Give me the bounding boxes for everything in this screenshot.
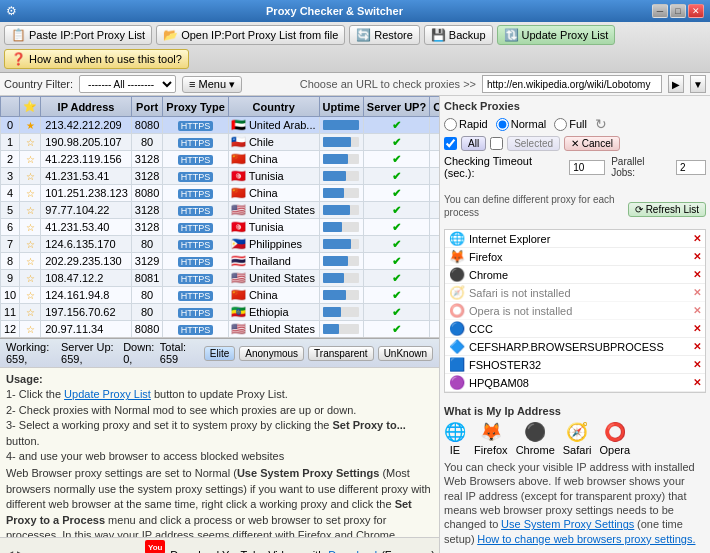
row-uptime <box>319 304 363 321</box>
row-ok: ✔ <box>430 151 439 168</box>
url-input[interactable] <box>482 75 662 93</box>
table-row[interactable]: 0 ★ 213.42.212.209 8080 HTTPS 🇦🇪 United … <box>1 117 440 134</box>
selected-check-button[interactable]: Selected <box>507 136 560 151</box>
browser-remove-button[interactable]: ✕ <box>693 287 701 298</box>
maximize-button[interactable]: □ <box>670 4 686 18</box>
proxy-table-container: ⭐ IP Address Port Proxy Type Country Upt… <box>0 96 439 338</box>
table-row[interactable]: 11 ☆ 197.156.70.62 80 HTTPS 🇪🇹 Ethiopia … <box>1 304 440 321</box>
table-row[interactable]: 12 ☆ 20.97.11.34 8080 HTTPS 🇺🇸 United St… <box>1 321 440 338</box>
cancel-check-button[interactable]: ✕ Cancel <box>564 136 620 151</box>
refresh-list-button[interactable]: ⟳ Refresh List <box>628 202 706 217</box>
timeout-input[interactable] <box>569 160 605 175</box>
browser-list-item[interactable]: 🟦 FSHOSTER32 ✕ <box>445 356 705 374</box>
url-label: Choose an URL to check proxies >> <box>300 78 476 90</box>
browser-list-item[interactable]: 🟣 HPQBAM08 ✕ <box>445 374 705 392</box>
help-button[interactable]: ❓ How and when to use this tool? <box>4 49 189 69</box>
row-server-up: ✔ <box>363 304 429 321</box>
url-add-button[interactable]: ▼ <box>690 75 706 93</box>
browser-remove-button[interactable]: ✕ <box>693 323 701 334</box>
proxy-notice: You can define different proxy for each … <box>444 193 628 219</box>
forward-button[interactable]: ▶ <box>17 548 26 554</box>
full-radio[interactable]: Full <box>554 118 587 131</box>
anonymous-filter-button[interactable]: Anonymous <box>239 346 304 361</box>
all-checkbox[interactable] <box>444 137 457 150</box>
filter-toolbar: Country Filter: ------- All -------- ≡ M… <box>0 73 710 96</box>
row-server-up: ✔ <box>363 151 429 168</box>
table-row[interactable]: 4 ☆ 101.251.238.123 8080 HTTPS 🇨🇳 China … <box>1 185 440 202</box>
change-proxy-link[interactable]: How to change web browsers proxy setting… <box>477 533 695 545</box>
table-row[interactable]: 7 ☆ 124.6.135.170 80 HTTPS 🇵🇭 Philippine… <box>1 236 440 253</box>
open-proxy-button[interactable]: 📂 Open IP:Port Proxy List from file <box>156 25 345 45</box>
backup-button[interactable]: 💾 Backup <box>424 25 493 45</box>
row-num: 0 <box>1 117 20 134</box>
table-row[interactable]: 6 ☆ 41.231.53.40 3128 HTTPS 🇹🇳 Tunisia ✔… <box>1 219 440 236</box>
ip-browser-item[interactable]: 🦊 Firefox <box>474 421 508 456</box>
row-ok: ✔ <box>430 185 439 202</box>
row-star: ☆ <box>20 151 41 168</box>
row-ok: ✔ <box>430 202 439 219</box>
browser-list-item[interactable]: 🦊 Firefox ✕ <box>445 248 705 266</box>
restore-icon: 🔄 <box>356 28 371 42</box>
back-button[interactable]: ◀ <box>4 548 13 554</box>
ip-browser-item[interactable]: 🌐 IE <box>444 421 466 456</box>
minimize-button[interactable]: ─ <box>652 4 668 18</box>
ip-browser-item[interactable]: 🧭 Safari <box>563 421 592 456</box>
system-proxy-link[interactable]: Use System Proxy Settings <box>501 518 634 530</box>
selected-checkbox[interactable] <box>490 137 503 150</box>
row-ip: 20.97.11.34 <box>41 321 132 338</box>
row-port: 3128 <box>131 219 162 236</box>
url-go-button[interactable]: ▶ <box>668 75 684 93</box>
update-proxy-button[interactable]: 🔃 Update Proxy List <box>497 25 616 45</box>
unknown-filter-button[interactable]: UnKnown <box>378 346 433 361</box>
row-ok: ✔ <box>430 134 439 151</box>
left-panel: ⭐ IP Address Port Proxy Type Country Upt… <box>0 96 440 553</box>
table-row[interactable]: 10 ☆ 124.161.94.8 80 HTTPS 🇨🇳 China ✔ ✔ <box>1 287 440 304</box>
browser-list-item[interactable]: 🔵 CCC ✕ <box>445 320 705 338</box>
row-ip: 41.231.53.40 <box>41 219 132 236</box>
browser-remove-button[interactable]: ✕ <box>693 305 701 316</box>
browser-remove-button[interactable]: ✕ <box>693 359 701 370</box>
table-row[interactable]: 8 ☆ 202.29.235.130 3129 HTTPS 🇹🇭 Thailan… <box>1 253 440 270</box>
rapid-radio[interactable]: Rapid <box>444 118 488 131</box>
all-check-button[interactable]: All <box>461 136 486 151</box>
browser-name: CEFSHARP.BROWSERSUBPROCESS <box>469 341 664 353</box>
download-link[interactable]: Download <box>328 549 377 554</box>
browser-remove-button[interactable]: ✕ <box>693 233 701 244</box>
browser-name: FSHOSTER32 <box>469 359 541 371</box>
paste-proxy-button[interactable]: 📋 Paste IP:Port Proxy List <box>4 25 152 45</box>
youtube-logo: You Tube <box>144 540 166 553</box>
row-uptime <box>319 202 363 219</box>
browser-list-item[interactable]: ⚫ Chrome ✕ <box>445 266 705 284</box>
browser-remove-button[interactable]: ✕ <box>693 251 701 262</box>
ip-browser-label: Firefox <box>474 444 508 456</box>
row-type: HTTPS <box>163 202 229 219</box>
row-uptime <box>319 219 363 236</box>
restore-button[interactable]: 🔄 Restore <box>349 25 420 45</box>
menu-button[interactable]: ≡ Menu ▾ <box>182 76 242 93</box>
browser-list-item[interactable]: 🌐 Internet Explorer ✕ <box>445 230 705 248</box>
transparent-filter-button[interactable]: Transparent <box>308 346 374 361</box>
row-ok: ✔ <box>430 219 439 236</box>
parallel-input[interactable] <box>676 160 706 175</box>
row-star: ☆ <box>20 270 41 287</box>
table-row[interactable]: 3 ☆ 41.231.53.41 3128 HTTPS 🇹🇳 Tunisia ✔… <box>1 168 440 185</box>
ip-browser-item[interactable]: ⚫ Chrome <box>516 421 555 456</box>
browser-list-item[interactable]: ⭕ Opera is not installed ✕ <box>445 302 705 320</box>
country-filter-select[interactable]: ------- All -------- <box>79 75 176 93</box>
table-row[interactable]: 9 ☆ 108.47.12.2 8081 HTTPS 🇺🇸 United Sta… <box>1 270 440 287</box>
normal-radio[interactable]: Normal <box>496 118 546 131</box>
browser-remove-button[interactable]: ✕ <box>693 341 701 352</box>
browser-list-item[interactable]: 🔷 CEFSHARP.BROWSERSUBPROCESS ✕ <box>445 338 705 356</box>
help-icon: ❓ <box>11 52 26 66</box>
browser-list-item[interactable]: 🧭 Safari is not installed ✕ <box>445 284 705 302</box>
table-row[interactable]: 1 ☆ 190.98.205.107 80 HTTPS 🇨🇱 Chile ✔ ✔ <box>1 134 440 151</box>
ip-browser-item[interactable]: ⭕ Opera <box>600 421 631 456</box>
close-button[interactable]: ✕ <box>688 4 704 18</box>
table-row[interactable]: 2 ☆ 41.223.119.156 3128 HTTPS 🇨🇳 China ✔… <box>1 151 440 168</box>
browser-remove-button[interactable]: ✕ <box>693 377 701 388</box>
elite-filter-button[interactable]: Elite <box>204 346 235 361</box>
row-star: ☆ <box>20 219 41 236</box>
col-star: ⭐ <box>20 97 41 117</box>
table-row[interactable]: 5 ☆ 97.77.104.22 3128 HTTPS 🇺🇸 United St… <box>1 202 440 219</box>
browser-remove-button[interactable]: ✕ <box>693 269 701 280</box>
